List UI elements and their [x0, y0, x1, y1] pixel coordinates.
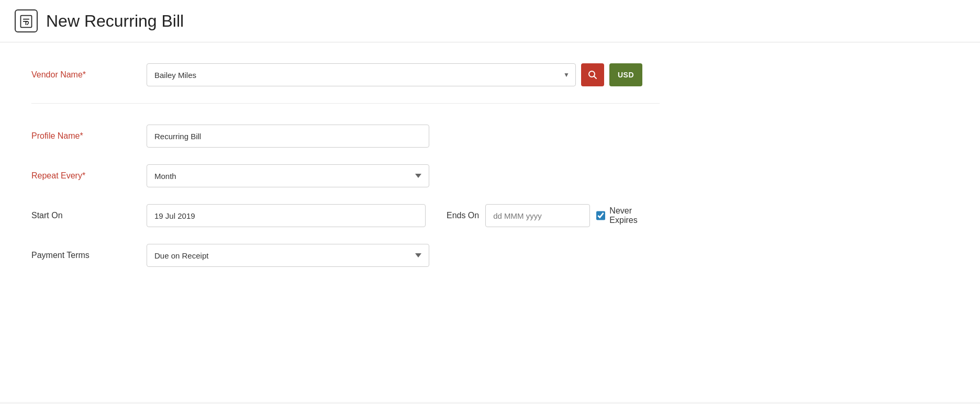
repeat-every-row: Repeat Every* Day Week Month Year [31, 164, 660, 187]
repeat-every-select[interactable]: Day Week Month Year [147, 164, 429, 187]
vendor-select-wrapper: Bailey Miles ▼ [147, 63, 576, 86]
page-icon [15, 9, 38, 32]
vendor-name-select[interactable]: Bailey Miles [147, 63, 576, 86]
profile-name-row: Profile Name* [31, 125, 660, 148]
never-expires-label: Never Expires [609, 206, 660, 225]
start-on-input[interactable] [147, 204, 426, 227]
profile-name-controls [147, 125, 660, 148]
ends-on-label: Ends On [447, 211, 479, 220]
repeat-every-label: Repeat Every* [31, 171, 147, 181]
vendor-name-controls: Bailey Miles ▼ USD [147, 63, 660, 86]
never-expires-checkbox[interactable] [596, 211, 605, 220]
vendor-search-button[interactable] [581, 63, 604, 86]
search-icon [588, 70, 597, 80]
vendor-name-label: Vendor Name* [31, 70, 147, 80]
usd-button[interactable]: USD [609, 63, 642, 86]
payment-terms-row: Payment Terms Due on Receipt Net 15 Net … [31, 244, 660, 267]
divider-1 [31, 103, 660, 104]
dates-row: Start On Ends On Never Expires [31, 204, 660, 227]
payment-terms-select[interactable]: Due on Receipt Net 15 Net 30 Net 60 [147, 244, 429, 267]
form-section: Vendor Name* Bailey Miles ▼ USD [31, 63, 660, 267]
svg-line-2 [594, 76, 597, 79]
payment-terms-label: Payment Terms [31, 251, 147, 260]
never-expires-group: Never Expires [596, 206, 660, 225]
recurring-bill-icon [19, 14, 34, 28]
main-content: Vendor Name* Bailey Miles ▼ USD [0, 42, 980, 402]
profile-name-label: Profile Name* [31, 131, 147, 141]
vendor-name-row: Vendor Name* Bailey Miles ▼ USD [31, 63, 660, 86]
profile-name-input[interactable] [147, 125, 429, 148]
ends-on-input[interactable] [485, 204, 590, 227]
ends-on-group: Ends On Never Expires [447, 204, 660, 227]
start-on-label: Start On [31, 211, 147, 220]
repeat-every-controls: Day Week Month Year [147, 164, 660, 187]
payment-terms-controls: Due on Receipt Net 15 Net 30 Net 60 [147, 244, 660, 267]
page-title: New Recurring Bill [46, 12, 184, 31]
dates-controls: Ends On Never Expires [147, 204, 660, 227]
page-header: New Recurring Bill [0, 0, 980, 42]
